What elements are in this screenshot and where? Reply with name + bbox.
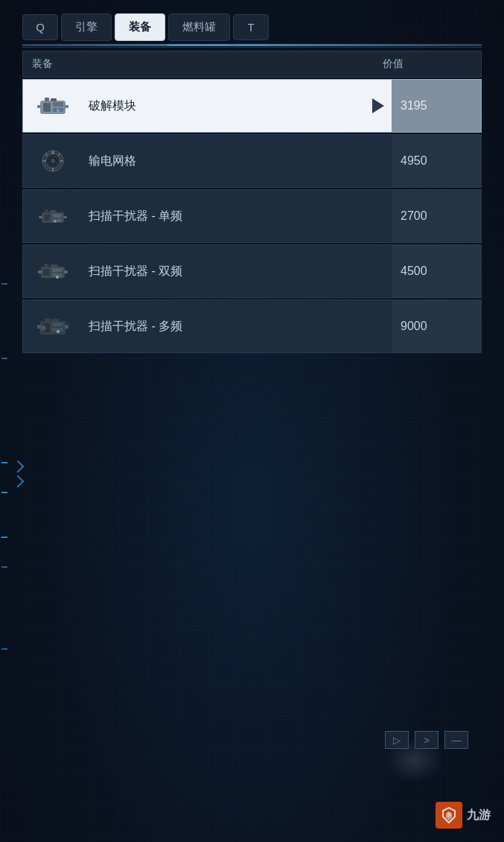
tab-t[interactable]: T — [233, 14, 269, 40]
row-name-5: 扫描干扰器 - 多频 — [83, 319, 392, 335]
svg-rect-47 — [45, 318, 50, 322]
svg-point-19 — [51, 151, 54, 154]
svg-rect-2 — [53, 102, 63, 107]
tab-engine[interactable]: 引擎 — [61, 13, 112, 41]
svg-point-4 — [57, 109, 60, 112]
row-icon-3 — [23, 196, 83, 236]
tab-active-indicator — [168, 44, 227, 46]
row-name-1: 破解模块 — [83, 98, 392, 114]
svg-rect-21 — [44, 215, 50, 221]
svg-point-38 — [44, 270, 48, 274]
svg-rect-48 — [51, 319, 59, 321]
svg-rect-5 — [37, 105, 41, 108]
row-icon-2 — [23, 141, 83, 181]
table-row[interactable]: 扫描干扰器 - 双频 4500 — [22, 244, 482, 298]
svg-rect-36 — [44, 264, 48, 268]
row-value-1: 3195 — [392, 80, 481, 132]
svg-rect-7 — [45, 98, 49, 101]
edge-deco-1 — [13, 462, 22, 471]
svg-rect-1 — [43, 103, 51, 112]
play-button[interactable]: ▷ — [385, 731, 409, 749]
row-icon-4 — [23, 251, 83, 291]
logo-icon: 9 — [436, 802, 462, 829]
watermark: 9 九游 — [436, 802, 491, 829]
svg-rect-37 — [51, 265, 58, 268]
table-header: 装备 价值 — [22, 51, 482, 77]
bottom-icons: ▷ > — — [385, 731, 468, 749]
svg-rect-6 — [65, 105, 68, 108]
table-row[interactable]: 输电网格 4950 — [22, 134, 482, 188]
next-icon: > — [424, 735, 430, 746]
row-value-2: 4950 — [392, 135, 481, 187]
edge-deco-2 — [13, 477, 22, 486]
row-name-2: 输电网格 — [83, 153, 392, 169]
cursor-arrow — [372, 98, 384, 113]
svg-point-12 — [51, 159, 55, 163]
svg-rect-44 — [65, 325, 68, 329]
row-icon-5 — [23, 306, 83, 346]
svg-rect-25 — [63, 216, 67, 218]
row-value-3: 2700 — [392, 190, 481, 242]
tab-equipment[interactable]: 装备 — [115, 13, 165, 41]
next-button[interactable]: > — [415, 731, 438, 749]
table-row[interactable]: 扫描干扰器 - 单频 2700 — [22, 189, 482, 243]
svg-rect-27 — [45, 209, 48, 213]
col-header-value: 价值 — [383, 57, 472, 71]
svg-rect-33 — [38, 270, 42, 273]
svg-point-46 — [42, 327, 45, 329]
main-panel: Q 引擎 装备 燃料罐 T 装备 价值 破解模块 — [22, 13, 482, 355]
dash-button[interactable]: — — [444, 731, 468, 749]
col-header-name: 装备 — [32, 57, 383, 71]
play-icon: ▷ — [393, 735, 401, 746]
svg-text:9: 9 — [447, 811, 450, 818]
row-value-4: 4500 — [392, 245, 481, 297]
row-icon-1 — [23, 86, 83, 126]
svg-rect-24 — [39, 216, 42, 218]
svg-rect-8 — [51, 98, 57, 101]
svg-point-26 — [54, 221, 57, 223]
tab-bar: Q 引擎 装备 燃料罐 T — [22, 13, 482, 41]
svg-rect-22 — [52, 214, 62, 218]
row-value-5: 9000 — [392, 300, 481, 352]
svg-rect-41 — [52, 323, 63, 326]
logo-text: 九游 — [467, 808, 491, 823]
svg-point-49 — [57, 330, 60, 333]
svg-point-35 — [56, 276, 59, 279]
table-row[interactable]: 破解模块 3195 — [22, 79, 482, 133]
tab-q[interactable]: Q — [22, 14, 58, 40]
table-row[interactable]: 扫描干扰器 - 多频 9000 — [22, 300, 482, 353]
tab-separator — [22, 44, 482, 46]
row-name-3: 扫描干扰器 - 单频 — [83, 209, 392, 224]
svg-rect-28 — [50, 210, 57, 213]
dash-icon: — — [452, 735, 462, 746]
tab-fuel[interactable]: 燃料罐 — [168, 13, 230, 41]
svg-rect-23 — [52, 219, 62, 222]
row-name-4: 扫描干扰器 - 双频 — [83, 264, 392, 279]
svg-rect-34 — [64, 270, 68, 273]
svg-rect-31 — [52, 268, 63, 272]
